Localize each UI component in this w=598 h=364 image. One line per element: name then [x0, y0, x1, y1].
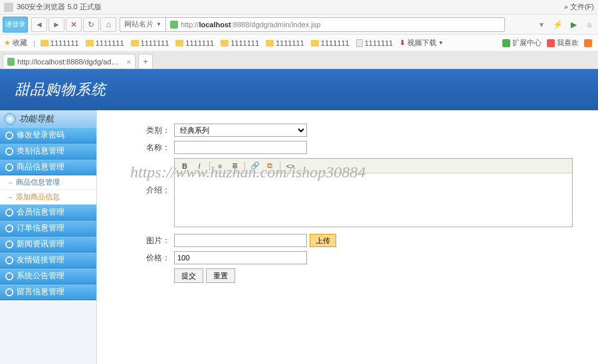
- lightning-icon[interactable]: ⚡: [551, 19, 563, 31]
- sidebar-item-link[interactable]: 友情链接管理: [0, 252, 96, 268]
- sidebar-header: 功能导航: [0, 110, 96, 128]
- ext-label: 扩展中心: [512, 38, 542, 48]
- favorites-label[interactable]: 收藏: [13, 38, 27, 48]
- italic-button[interactable]: I: [193, 161, 205, 171]
- sidebar-item-password[interactable]: 修改登录密码: [0, 128, 96, 143]
- bookmark-page[interactable]: 1111111: [356, 39, 393, 47]
- separator: [280, 161, 280, 171]
- bullet-icon: [5, 209, 13, 217]
- page-icon: [7, 58, 15, 66]
- bookmark-video[interactable]: ⬇视频下载▼: [399, 38, 443, 48]
- app-banner: 甜品购物系统: [0, 69, 598, 110]
- settings-icon[interactable]: ☼: [583, 19, 595, 31]
- sidebar-sub-goods-manage[interactable]: →商品信息管理: [0, 175, 96, 190]
- source-button[interactable]: <>: [284, 161, 296, 171]
- bookmark-folder[interactable]: 1111111: [41, 39, 79, 47]
- folder-icon: [175, 40, 183, 46]
- arrow-icon: →: [7, 193, 13, 201]
- chevron-down-icon[interactable]: ▾: [536, 19, 548, 31]
- browser-tab[interactable]: http://localhost:8888/dgdg/admin.... ×: [3, 54, 136, 68]
- bookmark-folder[interactable]: 1111111: [266, 39, 304, 47]
- reset-button[interactable]: 重置: [206, 268, 235, 283]
- label-category: 类别：: [130, 125, 170, 136]
- ordered-list-button[interactable]: ≡: [214, 161, 226, 171]
- bookmark-folder[interactable]: 1111111: [131, 39, 169, 47]
- sidebar-item-label: 留言信息管理: [17, 286, 64, 298]
- menu-file[interactable]: » 文件(F): [564, 2, 594, 12]
- folder-icon: [131, 40, 139, 46]
- select-category[interactable]: 经典系列: [174, 124, 307, 137]
- folder-icon: [41, 40, 49, 46]
- main-content: 类别： 经典系列 名称： 介绍： B I ≡ ≣ 🔗 ⧉: [97, 110, 598, 364]
- back-button[interactable]: ◄: [31, 17, 47, 32]
- sidebar-item-order[interactable]: 订单信息管理: [0, 221, 96, 236]
- extension-icon: [502, 39, 510, 47]
- url-rest: :8888/dgdg/admin/index.jsp: [231, 21, 321, 29]
- input-price[interactable]: [174, 251, 307, 264]
- bookmark-label: 1111111: [50, 39, 79, 47]
- sidebar-item-label: 系统公告管理: [17, 270, 64, 282]
- label-name: 名称：: [130, 142, 170, 153]
- image-button[interactable]: ⧉: [264, 161, 276, 171]
- address-bar[interactable]: http:// localhost :8888/dgdg/admin/index…: [166, 17, 505, 32]
- label-image: 图片：: [130, 235, 170, 246]
- sidebar-item-member[interactable]: 会员信息管理: [0, 205, 96, 221]
- sidebar-item-category[interactable]: 类别信息管理: [0, 143, 96, 159]
- bullet-icon: [5, 288, 13, 296]
- bookmark-folder[interactable]: 1111111: [311, 39, 349, 47]
- reload-button[interactable]: ↻: [83, 17, 99, 32]
- upload-button[interactable]: 上传: [310, 234, 336, 247]
- sidebar-header-label: 功能导航: [19, 113, 54, 125]
- forward-button[interactable]: ►: [49, 17, 64, 32]
- ext-center[interactable]: 扩展中心: [502, 38, 542, 48]
- bookmark-label: 1111111: [185, 39, 214, 47]
- ext-hand[interactable]: [584, 38, 594, 48]
- editor-toolbar: B I ≡ ≣ 🔗 ⧉ <>: [175, 159, 572, 173]
- sidebar-item-message[interactable]: 留言信息管理: [0, 284, 96, 300]
- bullet-icon: [5, 132, 13, 139]
- submit-button[interactable]: 提交: [174, 268, 203, 283]
- bullet-icon: [5, 225, 13, 232]
- login-button[interactable]: 请登录: [3, 17, 28, 33]
- separator: |: [33, 39, 35, 47]
- sidebar-item-label: 订单信息管理: [17, 223, 64, 234]
- editor-body[interactable]: [175, 173, 572, 227]
- download-icon: ⬇: [399, 39, 405, 47]
- browser-title: 360安全浏览器 5.0 正式版: [17, 2, 564, 12]
- app-title: 甜品购物系统: [15, 80, 106, 100]
- rich-editor: B I ≡ ≣ 🔗 ⧉ <>: [174, 158, 573, 227]
- stop-button[interactable]: ✕: [66, 17, 82, 32]
- home-button[interactable]: ⌂: [100, 17, 116, 32]
- form-row-image: 图片： 上传: [97, 234, 598, 247]
- folder-icon: [221, 40, 229, 46]
- input-image[interactable]: [174, 234, 307, 247]
- sidebar-item-goods[interactable]: 商品信息管理: [0, 159, 96, 175]
- input-name[interactable]: [174, 141, 307, 154]
- bookmark-folder[interactable]: 1111111: [86, 39, 124, 47]
- bullet-icon: [5, 256, 13, 264]
- bold-button[interactable]: B: [179, 161, 191, 171]
- form-row-category: 类别： 经典系列: [97, 124, 598, 137]
- go-button[interactable]: ▶: [567, 19, 579, 31]
- ext-like[interactable]: 我喜欢: [547, 38, 579, 48]
- folder-icon: [266, 40, 274, 46]
- close-icon[interactable]: ×: [127, 58, 131, 66]
- avatar-icon: [4, 3, 13, 12]
- new-tab-button[interactable]: +: [138, 54, 153, 68]
- bookmark-folder[interactable]: 1111111: [175, 39, 214, 47]
- workspace: 功能导航 修改登录密码 类别信息管理 商品信息管理 →商品信息管理 →添加商品信…: [0, 110, 598, 364]
- bookmark-label: 1111111: [96, 39, 124, 47]
- bookmark-label: 1111111: [365, 39, 393, 47]
- sidebar: 功能导航 修改登录密码 类别信息管理 商品信息管理 →商品信息管理 →添加商品信…: [0, 110, 97, 364]
- link-button[interactable]: 🔗: [249, 161, 261, 171]
- url-security-badge[interactable]: 网站名片 ▼: [120, 17, 166, 32]
- unordered-list-button[interactable]: ≣: [229, 161, 241, 171]
- sidebar-item-label: 会员信息管理: [17, 207, 64, 218]
- folder-icon: [86, 40, 94, 46]
- form-row-name: 名称：: [97, 141, 598, 154]
- sidebar-sub-label: 添加商品信息: [16, 192, 60, 202]
- sidebar-item-notice[interactable]: 系统公告管理: [0, 268, 96, 284]
- bookmark-folder[interactable]: 1111111: [221, 39, 259, 47]
- sidebar-item-news[interactable]: 新闻资讯管理: [0, 236, 96, 252]
- sidebar-sub-goods-add[interactable]: →添加商品信息: [0, 190, 96, 205]
